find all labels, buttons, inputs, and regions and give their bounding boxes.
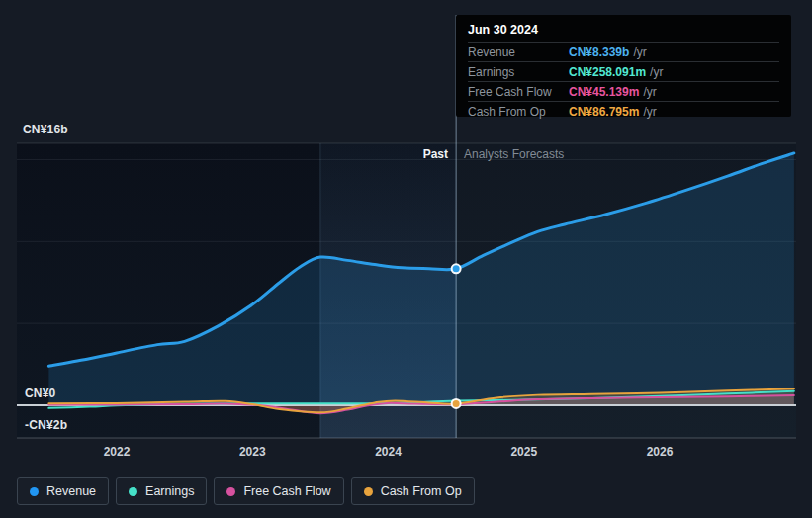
tooltip-row: EarningsCN¥258.091m/yr	[468, 61, 779, 81]
x-axis-year-label: 2022	[87, 445, 146, 459]
tooltip-rows: RevenueCN¥8.339b/yrEarningsCN¥258.091m/y…	[468, 42, 779, 121]
chart-legend: RevenueEarningsFree Cash FlowCash From O…	[17, 477, 475, 505]
x-axis-year-label: 2024	[359, 445, 418, 459]
legend-label: Earnings	[145, 484, 194, 498]
legend-dot	[30, 487, 39, 496]
x-axis-year-label: 2023	[223, 445, 282, 459]
legend-label: Revenue	[46, 484, 96, 498]
y-axis-label-zero: CN¥0	[25, 387, 55, 400]
forecast-section-label: Analysts Forecasts	[464, 147, 564, 161]
tooltip-row-suffix: /yr	[643, 105, 656, 119]
past-section-label: Past	[0, 147, 448, 161]
tooltip-row-suffix: /yr	[650, 65, 663, 79]
tooltip-row-suffix: /yr	[643, 85, 656, 99]
tooltip-row: RevenueCN¥8.339b/yr	[468, 42, 779, 61]
tooltip-row-label: Earnings	[468, 65, 569, 79]
legend-item-revenue[interactable]: Revenue	[17, 477, 109, 505]
tooltip-row-value: CN¥45.139m	[569, 85, 639, 99]
cash-from-op-marker[interactable]	[452, 399, 461, 408]
chart-tooltip: Jun 30 2024 RevenueCN¥8.339b/yrEarningsC…	[456, 15, 791, 117]
legend-label: Cash From Op	[381, 484, 462, 498]
x-axis-year-label: 2025	[495, 445, 554, 459]
legend-dot	[364, 487, 373, 496]
legend-label: Free Cash Flow	[243, 484, 330, 498]
y-axis-label-min: -CN¥2b	[25, 418, 67, 432]
tooltip-row: Free Cash FlowCN¥45.139m/yr	[468, 81, 779, 101]
tooltip-row-value: CN¥8.339b	[569, 45, 629, 59]
revenue-marker[interactable]	[452, 264, 461, 273]
y-axis-label-max: CN¥16b	[23, 123, 68, 136]
x-axis-year-label: 2026	[630, 445, 689, 459]
tooltip-row-value: CN¥258.091m	[569, 65, 646, 79]
tooltip-row-label: Free Cash Flow	[468, 85, 569, 99]
earnings-revenue-growth-chart: CN¥16b CN¥0 -CN¥2b Past Analysts Forecas…	[0, 0, 812, 518]
tooltip-row-label: Revenue	[468, 45, 569, 59]
legend-dot	[226, 487, 235, 496]
legend-item-earnings[interactable]: Earnings	[116, 477, 207, 505]
legend-item-cash-from-op[interactable]: Cash From Op	[351, 477, 475, 505]
tooltip-row-label: Cash From Op	[468, 105, 569, 119]
tooltip-row-value: CN¥86.795m	[569, 105, 639, 119]
legend-item-free-cash-flow[interactable]: Free Cash Flow	[214, 477, 343, 505]
tooltip-date: Jun 30 2024	[468, 22, 779, 42]
tooltip-row: Cash From OpCN¥86.795m/yr	[468, 101, 779, 121]
tooltip-row-suffix: /yr	[633, 45, 646, 59]
legend-dot	[129, 487, 137, 496]
